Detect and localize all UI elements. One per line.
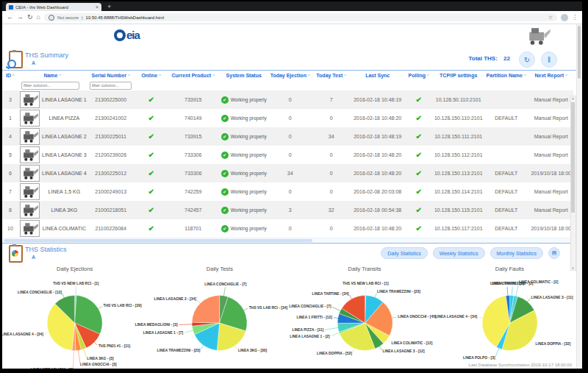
back-icon[interactable]: ←	[7, 14, 13, 21]
table-row[interactable]: 10LINEA COLIMATIC21100226084✔118701✔Work…	[2, 219, 573, 238]
stats-button-weekly-statistics[interactable]: Weekly Statistics	[433, 247, 485, 259]
table-body: 3LINEA LASAGNE 121300225000✔733915✔Worki…	[2, 90, 573, 238]
label-leader-line	[387, 340, 390, 343]
cell-next_report: Manual Report	[529, 109, 573, 127]
column-header-name[interactable]: Name^	[18, 71, 87, 80]
cell-serial: 21300241002	[87, 109, 135, 127]
table-row[interactable]: 4LINEA LASAGNE 221300225011✔733915✔Worki…	[2, 127, 573, 146]
column-header-test[interactable]: Today Test^	[312, 71, 351, 80]
cell-next_report: Manual Report	[529, 201, 573, 219]
forward-icon[interactable]: →	[17, 14, 24, 21]
label-leader-line	[392, 317, 396, 318]
column-header-ejection[interactable]: Today Ejection^	[269, 71, 312, 80]
sort-caret-icon[interactable]: ^	[427, 74, 429, 78]
table-row[interactable]: 8LINEA 3KG21000218051✔742457✔Working pro…	[2, 201, 573, 219]
sort-caret-icon[interactable]: ^	[12, 74, 15, 78]
status-ok-icon: ✔	[221, 96, 229, 104]
info-icon[interactable]: i	[49, 15, 54, 21]
chart-title: Daily Faults	[437, 263, 582, 274]
stats-button-monthly-statistics[interactable]: Monthly Statistics	[490, 247, 543, 259]
table-row[interactable]: 3LINEA LASAGNE 121300225000✔733915✔Worki…	[2, 90, 573, 109]
cell-tcpip: 10.128.150.112:2101	[434, 146, 484, 164]
column-header-partition[interactable]: Partition Name^	[484, 71, 529, 80]
column-header-product[interactable]: Current Product^	[168, 71, 219, 80]
summary-title: THS Summary	[25, 51, 68, 59]
profile-avatar[interactable]	[561, 14, 568, 21]
sort-caret-icon[interactable]: ^	[565, 74, 567, 78]
new-tab-button[interactable]: +	[107, 2, 111, 11]
home-icon[interactable]: ⌂	[37, 14, 40, 21]
polling-check-icon: ✔	[416, 224, 422, 232]
column-header-polling[interactable]: Polling^	[404, 71, 434, 80]
browser-menu-icon[interactable]: ⋮	[572, 14, 578, 21]
cell-test: 32	[312, 201, 351, 219]
column-header-id[interactable]: ID^	[2, 71, 18, 80]
browser-tab[interactable]: CEIA - ths Web Dashboard ×	[6, 3, 101, 11]
status-badge: ✔Working properly	[221, 152, 267, 159]
table-row[interactable]: 7LINEA 1,5 KG21000249013✔742259✔Working …	[2, 182, 573, 201]
polling-check-icon: ✔	[416, 114, 422, 122]
filter-input-name[interactable]	[21, 82, 79, 90]
scroll-up-icon[interactable]: ▲	[571, 96, 575, 100]
table-vertical-scrollbar[interactable]: ▲ ▼	[570, 96, 576, 271]
url-text: 10.50.45:8888/THSWebDashboard.html	[86, 15, 165, 20]
bookmark-star-icon[interactable]: ☆	[548, 15, 553, 21]
status-badge: ✔Working properly	[221, 188, 267, 196]
summary-collapse-toggle[interactable]: A	[32, 60, 35, 65]
cell-tcpip: 10.128.150.115:2101	[434, 201, 484, 219]
address-bar[interactable]: i Not secure | 10.50.45:8888/THSWebDashb…	[44, 13, 557, 21]
page-scrollbar[interactable]	[576, 24, 582, 369]
sort-caret-icon[interactable]: ^	[212, 74, 215, 78]
sort-caret-icon[interactable]: ^	[308, 74, 310, 78]
table-horizontal-scrollbar[interactable]	[2, 238, 582, 243]
table-row[interactable]: 5LINEA LASAGNE 321200239026✔733306✔Worki…	[2, 146, 573, 164]
cell-status: ✔Working properly	[219, 146, 269, 164]
statistics-buttons: Daily StatisticsWeekly StatisticsMonthly…	[381, 247, 560, 259]
sort-caret-icon[interactable]: ^	[128, 74, 130, 78]
cell-last_sync: 2016-02-18 10:48:20	[351, 146, 404, 164]
cell-next_report: Manual Report	[529, 146, 573, 164]
sort-caret-icon[interactable]: ^	[59, 74, 61, 78]
filter-input-serial[interactable]	[90, 82, 132, 90]
online-check-icon: ✔	[148, 151, 154, 159]
cell-name: LINEA PIZZA	[18, 109, 87, 127]
page-scrollbar-thumb[interactable]	[578, 26, 581, 79]
reload-icon[interactable]: ↻	[27, 14, 33, 21]
column-header-online[interactable]: Online^	[135, 71, 168, 80]
cell-status: ✔Working properly	[219, 182, 269, 201]
stats-more-button[interactable]: ▤	[548, 247, 560, 259]
label-leader-line	[244, 308, 248, 310]
cell-name: LINEA LASAGNE 4	[18, 164, 87, 182]
tab-close-icon[interactable]: ×	[96, 4, 98, 10]
table-row[interactable]: 1LINEA PIZZA21300241002✔740149✔Working p…	[2, 109, 573, 127]
cell-partition: DEFAULT	[484, 201, 529, 219]
scrollbar-thumb[interactable]	[571, 102, 575, 213]
cell-online: ✔	[135, 182, 168, 201]
pause-polling-button[interactable]: ‖	[541, 51, 557, 68]
total-ths-label: Total THS:	[468, 55, 497, 62]
cell-ejection: 0	[269, 146, 312, 164]
cell-product: 740149	[168, 109, 219, 127]
cell-product: 733306	[168, 146, 219, 164]
cell-partition	[484, 127, 529, 146]
browser-window: CEIA - ths Web Dashboard × + ← → ↻ ⌂ i N…	[2, 1, 582, 369]
cell-online: ✔	[135, 219, 168, 238]
sort-caret-icon[interactable]: ^	[524, 74, 526, 78]
sort-caret-icon[interactable]: ^	[344, 74, 346, 78]
label-leader-line	[349, 295, 351, 299]
refresh-button[interactable]: ↻	[519, 51, 535, 68]
status-badge: ✔Working properly	[221, 170, 267, 177]
scroll-down-icon[interactable]: ▼	[571, 266, 575, 270]
column-header-next_report[interactable]: Next Report^	[529, 71, 573, 80]
cell-status: ✔Working properly	[219, 109, 269, 127]
sort-caret-icon[interactable]: ^	[159, 74, 161, 78]
status-ok-icon: ✔	[221, 152, 229, 159]
stats-button-daily-statistics[interactable]: Daily Statistics	[381, 247, 428, 259]
statistics-collapse-toggle[interactable]: A	[32, 255, 35, 260]
pie-slice-label: LINEA POLPO - [3]	[463, 356, 495, 360]
pie-slice-label: LINEA LASAGNE 3 - [11]	[531, 296, 573, 299]
cell-partition	[484, 90, 529, 109]
table-row[interactable]: 6LINEA LASAGNE 421300225012✔733306✔Worki…	[2, 164, 573, 182]
column-header-serial[interactable]: Serial Number^	[87, 71, 135, 80]
label-leader-line	[84, 349, 87, 357]
